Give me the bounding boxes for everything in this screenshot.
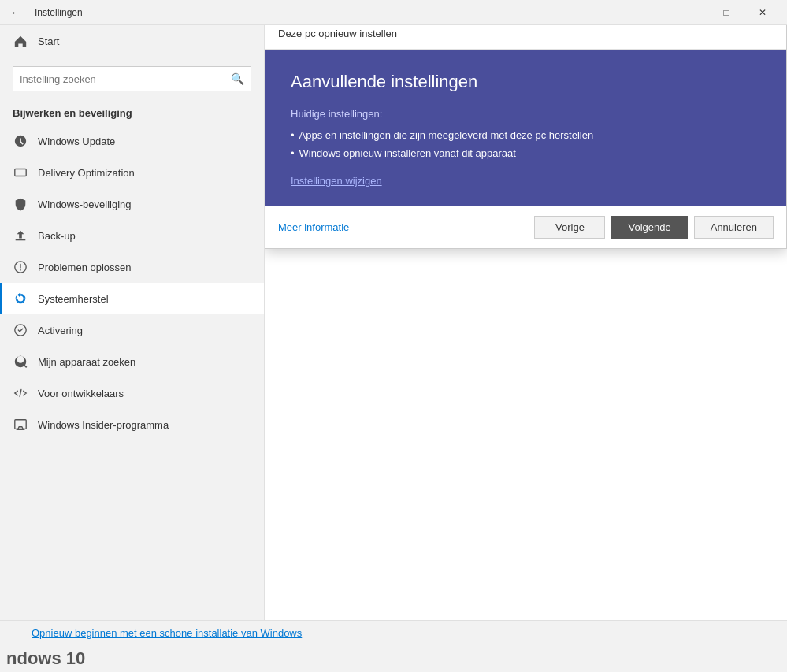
modal-blue-section: Aanvullende instellingen Huidige instell… bbox=[265, 50, 786, 206]
bottom-bar: Opnieuw beginnen met een schone installa… bbox=[0, 620, 787, 645]
sidebar: Start 🔍 Bijwerken en beveiliging Windows… bbox=[0, 25, 265, 620]
sidebar-item-windows-insider[interactable]: Windows Insider-programma bbox=[0, 409, 264, 440]
sidebar-section-title: Bijwerken en beveiliging bbox=[0, 101, 264, 125]
bottom-bar-link[interactable]: Opnieuw beginnen met een schone installa… bbox=[32, 627, 302, 639]
sidebar-label-windows-insider: Windows Insider-programma bbox=[38, 419, 169, 431]
content-area: Systeemherstel Deze pc opnieuw instellen… bbox=[265, 25, 787, 620]
back-button[interactable]: ← bbox=[6, 3, 25, 22]
sidebar-item-mijn-apparaat-zoeken[interactable]: Mijn apparaat zoeken bbox=[0, 346, 264, 377]
minimize-button[interactable]: ─ bbox=[672, 0, 708, 25]
svg-rect-3 bbox=[15, 420, 26, 429]
sidebar-label-voor-ontwikkelaars: Voor ontwikkelaars bbox=[38, 388, 124, 399]
window-controls: ─ □ ✕ bbox=[672, 0, 781, 25]
shield-icon bbox=[13, 196, 28, 212]
search-input[interactable] bbox=[13, 73, 225, 85]
modal-overlay: Deze pc opnieuw instellen Aanvullende in… bbox=[265, 25, 787, 620]
modal-blue-item-2: Windows opnieuw installeren vanaf dit ap… bbox=[291, 147, 761, 159]
sidebar-item-back-up[interactable]: Back-up bbox=[0, 220, 264, 251]
titlebar-nav: ← bbox=[6, 3, 25, 22]
reset-modal: Deze pc opnieuw instellen Aanvullende in… bbox=[265, 25, 787, 249]
backup-icon bbox=[13, 228, 28, 243]
vorige-button[interactable]: Vorige bbox=[534, 216, 605, 239]
restore-button[interactable]: □ bbox=[708, 0, 744, 25]
titlebar-title: Instellingen bbox=[35, 7, 83, 18]
sidebar-label-delivery-optimization: Delivery Optimization bbox=[38, 167, 135, 179]
watermark: ndows 10 bbox=[0, 645, 787, 672]
sidebar-label-systeemherstel: Systeemherstel bbox=[38, 293, 109, 305]
sidebar-item-voor-ontwikkelaars[interactable]: Voor ontwikkelaars bbox=[0, 377, 264, 409]
sidebar-label-activering: Activering bbox=[38, 325, 83, 336]
sidebar-label-back-up: Back-up bbox=[38, 230, 76, 242]
instellingen-wijzigen-link[interactable]: Instellingen wijzigen bbox=[291, 175, 382, 187]
modal-blue-subtitle: Huidige instellingen: bbox=[291, 108, 761, 120]
modal-header: Deze pc opnieuw instellen bbox=[265, 25, 786, 50]
activation-icon bbox=[13, 322, 28, 338]
svg-rect-0 bbox=[15, 169, 26, 176]
search-icon: 🔍 bbox=[225, 72, 251, 85]
meer-informatie-link[interactable]: Meer informatie bbox=[278, 221, 349, 233]
close-button[interactable]: ✕ bbox=[744, 0, 781, 25]
sidebar-item-problemen-oplossen[interactable]: Problemen oplossen bbox=[0, 251, 264, 283]
sidebar-item-windows-beveiliging[interactable]: Windows-beveiliging bbox=[0, 188, 264, 220]
sidebar-item-windows-update[interactable]: Windows Update bbox=[0, 125, 264, 157]
find-device-icon bbox=[13, 354, 28, 369]
sidebar-search-container: 🔍 bbox=[13, 66, 251, 91]
troubleshoot-icon bbox=[13, 259, 28, 275]
sidebar-item-start[interactable]: Start bbox=[0, 25, 264, 57]
app-body: Start 🔍 Bijwerken en beveiliging Windows… bbox=[0, 25, 787, 620]
annuleren-button[interactable]: Annuleren bbox=[694, 216, 774, 239]
sidebar-item-delivery-optimization[interactable]: Delivery Optimization bbox=[0, 157, 264, 188]
sidebar-label-mijn-apparaat: Mijn apparaat zoeken bbox=[38, 356, 135, 368]
modal-blue-title: Aanvullende instellingen bbox=[291, 72, 761, 92]
sidebar-label-windows-update: Windows Update bbox=[38, 136, 115, 147]
modal-blue-item-1: Apps en instellingen die zijn meegelever… bbox=[291, 129, 761, 141]
sidebar-start-label: Start bbox=[38, 35, 59, 47]
modal-footer: Meer informatie Vorige Volgende Annulere… bbox=[265, 206, 786, 248]
modal-footer-buttons: Vorige Volgende Annuleren bbox=[534, 216, 774, 239]
update-icon bbox=[13, 133, 28, 149]
sidebar-item-activering[interactable]: Activering bbox=[0, 314, 264, 346]
titlebar: ← Instellingen ─ □ ✕ bbox=[0, 0, 787, 25]
restore-icon bbox=[13, 291, 28, 306]
delivery-icon bbox=[13, 165, 28, 180]
sidebar-label-problemen-oplossen: Problemen oplossen bbox=[38, 262, 132, 273]
developer-icon bbox=[13, 385, 28, 401]
volgende-button[interactable]: Volgende bbox=[611, 216, 687, 239]
start-icon bbox=[13, 33, 28, 49]
sidebar-item-systeemherstel[interactable]: Systeemherstel bbox=[0, 283, 264, 314]
modal-header-title: Deze pc opnieuw instellen bbox=[278, 28, 397, 39]
sidebar-label-windows-beveiliging: Windows-beveiliging bbox=[38, 199, 132, 210]
insider-icon bbox=[13, 417, 28, 433]
